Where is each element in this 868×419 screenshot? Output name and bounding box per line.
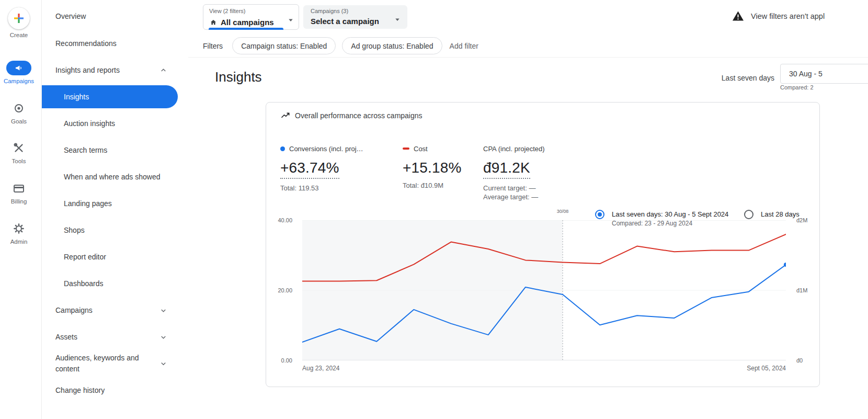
chevron-down-icon <box>159 307 167 314</box>
sidebar-item-label: When and where ads showed <box>64 172 160 183</box>
campaign-selector-label: Campaigns (3) <box>311 8 348 14</box>
conversions-legend-dot-icon <box>280 146 285 151</box>
x-axis-start-label: Aug 23, 2024 <box>302 365 339 372</box>
metric-value: +15.18% <box>403 160 462 176</box>
rail-item-label: Billing <box>11 198 27 205</box>
rail-item-billing[interactable]: Billing <box>2 181 36 205</box>
filter-chip-ad-group-status[interactable]: Ad group status: Enabled <box>342 37 442 54</box>
overall-performance-card: Overall performance across campaigns Las… <box>266 102 820 387</box>
main-content: View (2 filters) All campaigns Campaigns… <box>188 0 868 419</box>
sidebar-item-when-and-where-ads-showed[interactable]: When and where ads showed <box>42 172 188 183</box>
plus-icon <box>8 7 30 29</box>
sidebar-item-label: Landing pages <box>64 198 112 209</box>
warning-icon <box>732 10 744 22</box>
chart-divider-label: 30/08 <box>557 209 569 214</box>
gear-icon <box>13 221 25 236</box>
rail-item-label: Goals <box>11 118 27 124</box>
performance-chart[interactable] <box>302 220 786 360</box>
sidebar-item-label: Insights and reports <box>55 65 120 76</box>
sidebar-item-audiences-keywords-content[interactable]: Audiences, keywords and content <box>42 353 188 375</box>
sidebar-item-auction-insights[interactable]: Auction insights <box>42 118 188 129</box>
y-axis-tick-right: đ0 <box>796 357 803 364</box>
rail-item-campaigns[interactable]: Campaigns <box>2 61 36 84</box>
rail-item-goals[interactable]: Goals <box>2 101 36 124</box>
rail-item-label: Admin <box>10 239 28 245</box>
sidebar-item-landing-pages[interactable]: Landing pages <box>42 198 188 209</box>
sidebar-item-label: Change history <box>55 385 105 396</box>
credit-card-icon <box>13 181 25 196</box>
sidebar-item-label: Campaigns <box>55 305 93 316</box>
metric-total: Total: đ10.9M <box>403 181 462 190</box>
home-icon <box>209 18 218 27</box>
rail-item-label: Tools <box>12 158 26 164</box>
rail-item-tools[interactable]: Tools <box>2 141 36 164</box>
y-axis-tick-right: đ2M <box>796 217 807 224</box>
period-radio-label: Last 28 days <box>761 210 800 218</box>
chevron-down-icon <box>159 360 167 368</box>
add-filter-button[interactable]: Add filter <box>450 42 478 50</box>
create-button[interactable]: Create <box>2 7 36 38</box>
y-axis-tick: 40.00 <box>266 217 292 224</box>
sidebar-item-shops[interactable]: Shops <box>42 225 188 236</box>
sidebar-item-assets[interactable]: Assets <box>42 332 188 343</box>
selected-view-indicator <box>209 28 283 30</box>
metric-average-target: Average target: — <box>483 192 545 201</box>
metric-cost: Cost +15.18% Total: đ10.9M <box>403 144 462 190</box>
sidebar-item-label: Recommendations <box>55 38 117 49</box>
metric-name: CPA (incl. projected) <box>483 145 545 153</box>
metric-value[interactable]: +63.74% <box>280 160 339 179</box>
sidebar-item-insights[interactable]: Insights <box>42 85 178 108</box>
y-axis-tick: 0.00 <box>266 357 292 364</box>
sidebar-item-label: Search terms <box>64 145 107 156</box>
caret-down-icon <box>393 15 402 24</box>
chevron-down-icon <box>159 333 167 341</box>
metric-name: Conversions (incl. proj… <box>289 145 363 153</box>
sidebar-item-report-editor[interactable]: Report editor <box>42 252 188 263</box>
page-title: Insights <box>215 69 262 85</box>
metric-conversions: Conversions (incl. proj… +63.74% Total: … <box>280 144 363 192</box>
metric-current-target: Current target: — <box>483 184 545 192</box>
period-radio-label: Last seven days: 30 Aug - 5 Sept 2024 <box>612 210 728 218</box>
sidebar-item-campaigns[interactable]: Campaigns <box>42 305 188 316</box>
sidebar-item-dashboards[interactable]: Dashboards <box>42 278 188 289</box>
left-rail: Create Campaigns Goals Tools <box>0 0 42 419</box>
rail-item-label: Campaigns <box>4 78 34 84</box>
sidebar-item-recommendations[interactable]: Recommendations <box>42 38 188 49</box>
radio-unselected-icon <box>744 210 753 219</box>
view-selector-value: All campaigns <box>221 18 274 27</box>
sidebar: Overview Recommendations Insights and re… <box>42 0 188 419</box>
chevron-up-icon <box>159 66 167 74</box>
sidebar-item-overview[interactable]: Overview <box>42 11 188 22</box>
date-range-compared: Compared: 2 <box>780 84 814 90</box>
campaign-selector[interactable]: Campaigns (3) Select a campaign <box>303 5 407 29</box>
sidebar-item-label: Dashboards <box>64 278 104 289</box>
sidebar-item-label: Shops <box>64 225 85 236</box>
sidebar-item-label: Insights <box>64 93 89 101</box>
metric-name: Cost <box>414 145 428 153</box>
rail-item-admin[interactable]: Admin <box>2 221 36 245</box>
filter-chip-campaign-status[interactable]: Campaign status: Enabled <box>232 37 336 54</box>
sidebar-item-label: Report editor <box>64 252 106 263</box>
sidebar-item-change-history[interactable]: Change history <box>42 385 188 396</box>
sidebar-item-search-terms[interactable]: Search terms <box>42 145 188 156</box>
sidebar-item-label: Overview <box>55 11 86 22</box>
date-range-value: 30 Aug - 5 <box>789 70 823 78</box>
y-axis-tick-right: đ1M <box>796 287 807 294</box>
y-axis-tick: 20.00 <box>266 287 292 294</box>
view-selector[interactable]: View (2 filters) All campaigns <box>203 4 299 30</box>
radio-selected-icon <box>595 210 604 219</box>
sidebar-item-label: Audiences, keywords and content <box>55 353 153 375</box>
sidebar-item-insights-and-reports[interactable]: Insights and reports <box>42 65 188 76</box>
filter-bar: Filters Campaign status: Enabled Ad grou… <box>188 35 868 58</box>
x-axis-end-label: Sept 05, 2024 <box>747 365 786 372</box>
date-range-picker[interactable]: 30 Aug - 5 <box>780 64 868 84</box>
view-filters-warning[interactable]: View filters aren't appl <box>732 10 825 22</box>
sidebar-item-label: Assets <box>55 332 77 343</box>
metric-value[interactable]: đ91.2K <box>483 160 530 179</box>
trending-up-icon <box>280 110 291 121</box>
caret-down-icon <box>286 15 295 25</box>
cost-legend-dash-icon <box>403 148 409 150</box>
target-icon <box>13 101 25 116</box>
x-axis-labels: Aug 23, 2024 Sept 05, 2024 <box>302 365 786 372</box>
view-selector-label: View (2 filters) <box>209 8 245 14</box>
